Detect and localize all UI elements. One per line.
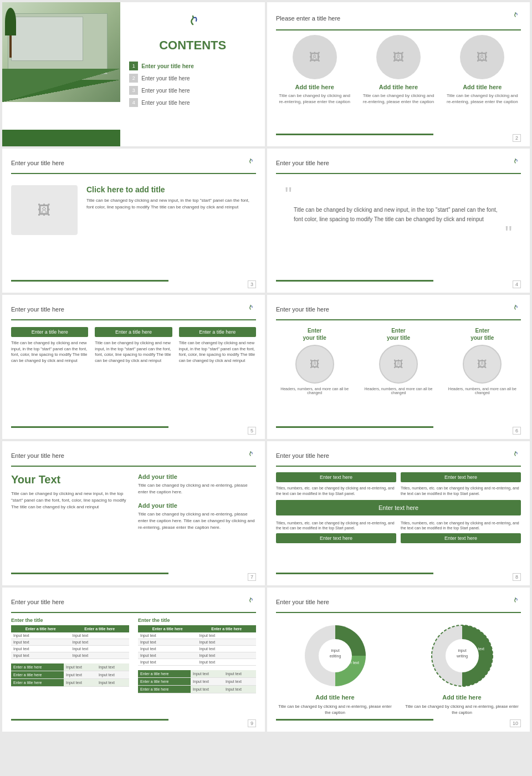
center-btn[interactable]: Enter text here xyxy=(276,500,521,515)
your-text-title: Your Text xyxy=(11,473,129,486)
img-col-3: 🖼 Add title here Title can be changed by… xyxy=(444,35,521,105)
contents-title: CONTENTS xyxy=(129,38,256,53)
table-row: Input textInput text xyxy=(138,632,256,639)
alt-row: Enter a title here Input textInput text xyxy=(138,686,256,693)
th-2-1: Enter a title here xyxy=(138,625,197,632)
divider-6 xyxy=(276,319,521,320)
divider-8 xyxy=(276,466,521,467)
bottom-line-9 xyxy=(11,719,168,721)
table-row: Input textInput text xyxy=(138,652,256,659)
page-num-10: 10 xyxy=(510,719,521,727)
quote-block: " Title can be changed by clicking and n… xyxy=(276,185,521,244)
slide-4-logo xyxy=(510,157,521,169)
img-col-2-text: Title can be changed by clicking and re-… xyxy=(360,93,437,105)
slide-3: Enter your title here 🖼 Click here to ad… xyxy=(2,149,265,293)
green-btn-1[interactable]: Enter a title here xyxy=(11,327,88,337)
contents-item-1-label: Enter your title here xyxy=(141,63,193,69)
img-circle-1: 🖼 xyxy=(293,35,337,79)
top-col-1: Enter text here Titles, numbers, etc. ca… xyxy=(276,472,396,497)
bottom-line-6 xyxy=(276,426,433,428)
circle-caption-3: Headers, numbers, and more can all be ch… xyxy=(444,387,521,395)
slide-3-body: Title can be changed by clicking and new… xyxy=(86,197,256,211)
th-1-1: Enter a title here xyxy=(11,625,70,632)
click-title[interactable]: Click here to add title xyxy=(86,185,256,194)
bottom-line xyxy=(276,134,433,135)
divider-4 xyxy=(276,173,521,174)
slide-7-logo xyxy=(245,450,256,461)
bottom-line-10 xyxy=(276,719,433,721)
table-row: Input textInput text xyxy=(11,639,129,646)
table-1-alt: Enter a title here Input textInput text … xyxy=(11,663,129,687)
img-col-1-text: Title can be changed by clicking and re-… xyxy=(276,93,353,105)
slide-10-logo xyxy=(510,596,521,607)
slide-6-cols: Enteryour title 🖼 Headers, numbers, and … xyxy=(276,327,521,395)
circle-title-3: Enteryour title xyxy=(444,327,521,341)
contents-item-4[interactable]: 4 Enter your title here xyxy=(129,98,256,107)
page-num-8: 8 xyxy=(513,573,521,581)
pie-text-2: Title can be changed by clicking and re-… xyxy=(403,704,521,716)
bottom-btn-2[interactable]: Enter text here xyxy=(401,533,521,543)
pie-chart-1: input editing Enter text xyxy=(299,620,371,692)
svg-text:input: input xyxy=(458,649,466,653)
section-1-title: Add your title xyxy=(138,473,256,480)
contents-item-3-label: Enter your title here xyxy=(141,88,190,94)
circle-img-2: 🖼 xyxy=(379,345,418,384)
slide-2-logo xyxy=(510,11,521,25)
svg-text:writing: writing xyxy=(456,654,467,658)
alt-row: Enter a title here Input textInput text xyxy=(11,663,129,671)
slide-3-content: 🖼 Click here to add title Title can be c… xyxy=(11,185,256,235)
alt-row: Enter a title here Input textInput text xyxy=(138,670,256,678)
circle-col-3: Enteryour title 🖼 Headers, numbers, and … xyxy=(444,327,521,395)
th-1-2: Enter a title here xyxy=(70,625,130,632)
alt-row: Enter a title here Input textInput text xyxy=(138,678,256,686)
green-col-1: Enter a title here Title can be changed … xyxy=(11,327,88,364)
table-row: Input textInput text xyxy=(11,632,129,639)
slide-2-header-row: Please enter a title here xyxy=(276,11,521,25)
circle-caption-2: Headers, numbers, and more can all be ch… xyxy=(360,387,437,395)
slide-8-title: Enter your title here xyxy=(276,452,329,459)
slide-9-logo xyxy=(245,596,256,607)
divider-3 xyxy=(11,173,256,174)
table-2-container: Enter the title Enter a title here Enter… xyxy=(138,617,256,693)
divider-10 xyxy=(276,612,521,613)
slide-7-content: Your Text Title can be changed by clicki… xyxy=(11,473,256,538)
slide-7-header-row: Enter your title here xyxy=(11,450,256,461)
img-col-3-text: Title can be changed by clicking and re-… xyxy=(444,93,521,105)
contents-item-2[interactable]: 2 Enter your title here xyxy=(129,74,256,83)
slide-4: Enter your title here " Title can be cha… xyxy=(267,149,530,293)
top-btn-2[interactable]: Enter text here xyxy=(401,472,521,482)
page-num-6: 6 xyxy=(513,427,521,435)
slide-6: Enter your title here Enteryour title 🖼 … xyxy=(267,295,530,439)
slide-4-header-row: Enter your title here xyxy=(276,157,521,169)
slide-7: Enter your title here Your Text Title ca… xyxy=(2,441,265,585)
page-num-4: 4 xyxy=(513,280,521,288)
slide-2-title: Please enter a title here xyxy=(276,15,340,22)
bottom-line-7 xyxy=(11,573,168,574)
slide-3-text-col: Click here to add title Title can be cha… xyxy=(86,185,256,211)
slide-3-header-row: Enter your title here xyxy=(11,157,256,169)
contents-item-3[interactable]: 3 Enter your title here xyxy=(129,86,256,95)
slide-7-body: Title can be changed by clicking and new… xyxy=(11,491,129,510)
section-2-text: Title can be changed by clicking and re-… xyxy=(138,511,256,531)
contents-item-1[interactable]: 1 Enter your title here xyxy=(129,62,256,70)
top-text-2: Titles, numbers, etc. can be changed by … xyxy=(401,486,521,497)
green-col-1-text: Title can be changed by clicking and new… xyxy=(11,340,88,364)
img-col-1-title: Add title here xyxy=(276,84,353,90)
section-1-text: Title can be changed by clicking and re-… xyxy=(138,482,256,496)
green-btn-2[interactable]: Enter a title here xyxy=(95,327,172,337)
slide-8-header-row: Enter your title here xyxy=(276,450,521,461)
img-col-2: 🖼 Add title here Title can be changed by… xyxy=(360,35,437,105)
slide-3-title: Enter your title here xyxy=(11,160,64,166)
slide-7-left: Your Text Title can be changed by clicki… xyxy=(11,473,129,510)
svg-text:Enter text: Enter text xyxy=(468,647,484,651)
slide-8-center: Enter text here xyxy=(276,500,521,515)
slide-6-header-row: Enter your title here xyxy=(276,304,521,315)
slide-9-title: Enter your title here xyxy=(11,599,64,605)
page-num-5: 5 xyxy=(248,427,256,435)
green-btn-3[interactable]: Enter a title here xyxy=(179,327,256,337)
bottom-btn-1[interactable]: Enter text here xyxy=(276,533,396,543)
logo-icon xyxy=(182,13,204,35)
top-btn-1[interactable]: Enter text here xyxy=(276,472,396,482)
slide-3-logo xyxy=(245,157,256,169)
pie-title-1: Add title here xyxy=(276,694,394,701)
